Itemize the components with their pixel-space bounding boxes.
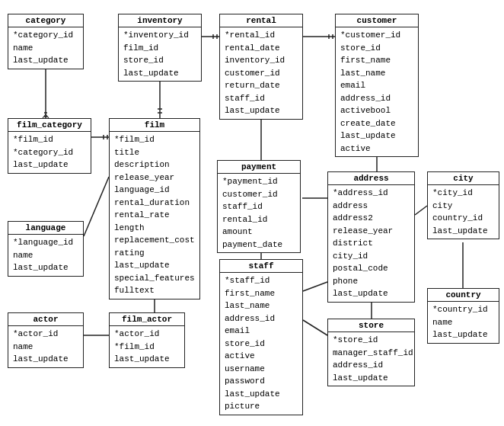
table-field: rental_duration (114, 197, 195, 210)
table-body-category: *category_idnamelast_update (8, 27, 83, 69)
table-field: address2 (333, 212, 410, 225)
table-field: *category_id (13, 146, 86, 159)
table-body-country: *country_idnamelast_update (428, 302, 499, 343)
table-field: language_id (114, 184, 195, 197)
table-city: city*city_idcitycountry_idlast_update (427, 171, 499, 239)
table-field: fulltext (114, 284, 195, 297)
table-field: *country_id (432, 303, 494, 316)
table-rental: rental*rental_idrental_dateinventory_idc… (219, 14, 303, 120)
table-staff: staff*staff_idfirst_namelast_nameaddress… (219, 259, 303, 415)
table-field: last_update (333, 287, 410, 300)
table-header-customer: customer (336, 14, 418, 27)
table-header-category: category (8, 14, 83, 27)
table-field: last_update (114, 259, 195, 272)
table-field: rental_id (222, 213, 295, 226)
table-header-payment: payment (218, 161, 300, 174)
table-header-actor: actor (8, 313, 83, 326)
table-field: city_id (333, 250, 410, 263)
table-field: description (114, 159, 195, 171)
table-body-customer: *customer_idstore_idfirst_namelast_namee… (336, 27, 418, 156)
table-address: address*address_idaddressaddress2release… (327, 171, 415, 303)
table-field: payment_date (222, 239, 295, 251)
svg-line-12 (303, 282, 327, 291)
table-field: replacement_cost (114, 234, 195, 247)
table-body-payment: *payment_idcustomer_idstaff_idrental_ida… (218, 174, 300, 252)
table-field: last_update (13, 261, 78, 274)
table-field: *inventory_id (123, 29, 196, 42)
table-film: film*film_idtitledescriptionrelease_year… (109, 118, 200, 299)
table-header-language: language (8, 222, 83, 235)
table-field: customer_id (222, 188, 295, 201)
table-field: *customer_id (340, 29, 413, 42)
table-field: active (225, 350, 298, 363)
table-body-address: *address_idaddressaddress2release_yeardi… (328, 185, 414, 302)
table-field: last_update (13, 159, 86, 171)
table-field: store_id (340, 42, 413, 55)
table-field: staff_id (225, 92, 298, 105)
table-country: country*country_idnamelast_update (427, 288, 499, 344)
table-body-city: *city_idcitycountry_idlast_update (428, 185, 499, 239)
table-field: password (225, 375, 298, 388)
table-field: *language_id (13, 236, 78, 249)
table-field: *film_id (13, 133, 86, 146)
table-field: *rental_id (225, 29, 298, 42)
table-field: rating (114, 247, 195, 260)
table-field: last_update (432, 225, 494, 238)
table-field: phone (333, 275, 410, 288)
table-film_actor: film_actor*actor_id*film_idlast_update (109, 312, 185, 368)
table-field: *store_id (333, 334, 410, 347)
table-payment: payment*payment_idcustomer_idstaff_idren… (217, 160, 301, 253)
table-field: store_id (225, 338, 298, 351)
table-field: film_id (123, 42, 196, 55)
table-field: address (333, 200, 410, 213)
table-field: first_name (225, 287, 298, 300)
er-diagram: category*category_idnamelast_updateinven… (0, 0, 504, 426)
table-field: *payment_id (222, 175, 295, 188)
table-field: address_id (333, 359, 410, 372)
svg-line-8 (84, 177, 109, 236)
table-field: customer_id (225, 67, 298, 80)
table-field: *actor_id (114, 328, 180, 341)
table-header-rental: rental (220, 14, 302, 27)
table-field: length (114, 222, 195, 235)
table-body-inventory: *inventory_idfilm_idstore_idlast_update (119, 27, 201, 81)
svg-line-9 (415, 206, 427, 215)
table-field: name (13, 341, 78, 354)
table-body-film: *film_idtitledescriptionrelease_yearlang… (110, 132, 199, 299)
table-field: *staff_id (225, 274, 298, 287)
table-header-store: store (328, 319, 414, 332)
table-field: title (114, 146, 195, 159)
table-customer: customer*customer_idstore_idfirst_namela… (335, 14, 419, 157)
table-header-country: country (428, 289, 499, 302)
table-field: email (340, 79, 413, 92)
table-header-film: film (110, 119, 199, 132)
table-header-address: address (328, 172, 414, 185)
table-header-city: city (428, 172, 499, 185)
table-field: city (432, 200, 494, 213)
table-field: last_name (340, 67, 413, 80)
table-field: name (432, 316, 494, 329)
table-field: address_id (225, 312, 298, 325)
table-field: last_update (123, 67, 196, 80)
table-field: create_date (340, 117, 413, 130)
table-field: first_name (340, 54, 413, 67)
table-field: store_id (123, 54, 196, 67)
table-field: last_update (333, 372, 410, 385)
table-field: last_update (114, 353, 180, 366)
table-field: activebool (340, 104, 413, 117)
table-field: *category_id (13, 29, 78, 42)
table-inventory: inventory*inventory_idfilm_idstore_idlas… (118, 14, 202, 82)
table-field: *actor_id (13, 328, 78, 341)
table-body-film_category: *film_id*category_idlast_update (8, 132, 91, 173)
table-field: country_id (432, 212, 494, 225)
table-body-actor: *actor_idnamelast_update (8, 326, 83, 367)
table-header-film_category: film_category (8, 119, 91, 132)
table-field: last_update (225, 104, 298, 117)
table-field: return_date (225, 79, 298, 92)
table-body-film_actor: *actor_id*film_idlast_update (110, 326, 184, 367)
table-field: staff_id (222, 200, 295, 213)
table-field: special_features (114, 272, 195, 285)
table-field: inventory_id (225, 54, 298, 67)
table-body-rental: *rental_idrental_dateinventory_idcustome… (220, 27, 302, 119)
table-field: postal_code (333, 262, 410, 275)
